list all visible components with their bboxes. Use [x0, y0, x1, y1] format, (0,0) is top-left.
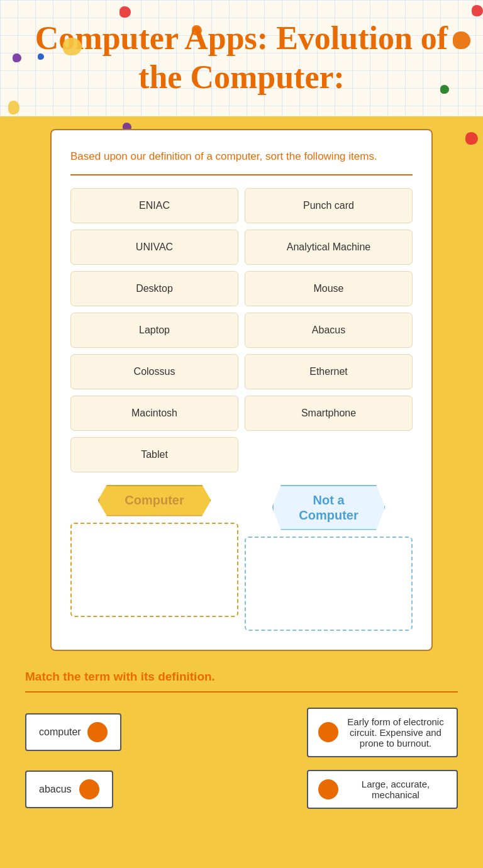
paint-splat [63, 38, 82, 55]
computer-zone-wrapper: Computer [70, 485, 238, 631]
paint-splat [13, 53, 21, 62]
drag-item[interactable]: Smartphone [245, 396, 413, 431]
match-divider [25, 691, 458, 693]
match-rows: computer Early form of electronic circui… [25, 708, 458, 809]
match-definition: Large, accurate, mechanical [307, 770, 458, 809]
match-circle-left [318, 722, 338, 742]
match-def-text: Large, accurate, mechanical [345, 779, 447, 800]
drag-item[interactable]: Mouse [245, 271, 413, 306]
notcomputer-zone-label: Not a Computer [272, 485, 386, 530]
right-panel [458, 116, 483, 840]
drag-item[interactable]: Macintosh [70, 396, 238, 431]
notcomputer-drop-zone[interactable] [245, 537, 413, 631]
paint-splat [8, 101, 19, 114]
sort-divider [70, 174, 413, 175]
items-grid: ENIACPunch cardUNIVACAnalytical MachineD… [70, 188, 413, 472]
paint-splat [453, 31, 470, 49]
sort-zones: Computer Not a Computer [70, 485, 413, 631]
drag-item[interactable]: Punch card [245, 188, 413, 223]
match-def-text: Early form of electronic circuit. Expens… [345, 716, 447, 748]
match-term-label: abacus [39, 784, 72, 795]
paint-splat [38, 53, 44, 60]
page-title: Computer Apps: Evolution of the Computer… [13, 19, 470, 97]
paint-splat [465, 132, 478, 145]
drag-item[interactable]: Ethernet [245, 354, 413, 389]
paint-splat [472, 5, 483, 16]
match-definition: Early form of electronic circuit. Expens… [307, 708, 458, 757]
page-wrapper: Computer Apps: Evolution of the Computer… [0, 0, 483, 840]
match-circle-left [318, 779, 338, 799]
drag-item[interactable]: Desktop [70, 271, 238, 306]
header-area: Computer Apps: Evolution of the Computer… [0, 0, 483, 116]
notcomputer-zone-wrapper: Not a Computer [245, 485, 413, 631]
left-panel [0, 116, 25, 840]
computer-drop-zone[interactable] [70, 523, 238, 617]
match-term[interactable]: computer [25, 713, 121, 751]
main-content: Based upon our definition of a computer,… [25, 116, 458, 840]
match-circle-right [79, 779, 99, 799]
paint-splat [192, 25, 202, 35]
drag-item[interactable]: UNIVAC [70, 230, 238, 265]
drag-item[interactable]: Tablet [70, 437, 238, 472]
drag-item[interactable]: Abacus [245, 313, 413, 348]
drag-item[interactable]: Laptop [70, 313, 238, 348]
paint-splat [119, 6, 131, 18]
drag-item[interactable]: Colossus [70, 354, 238, 389]
sort-instruction: Based upon our definition of a computer,… [70, 149, 413, 164]
match-instruction: Match the term with its definition. [25, 670, 458, 684]
match-circle-right [87, 722, 108, 742]
match-term[interactable]: abacus [25, 771, 113, 808]
match-row: computer Early form of electronic circui… [25, 708, 458, 757]
computer-zone-label: Computer [98, 485, 211, 516]
match-section: Match the term with its definition. comp… [25, 651, 458, 828]
match-row: abacus Large, accurate, mechanical [25, 770, 458, 809]
match-term-label: computer [39, 726, 81, 738]
drag-item[interactable]: ENIAC [70, 188, 238, 223]
sort-card: Based upon our definition of a computer,… [50, 129, 433, 651]
paint-splat [440, 85, 449, 94]
drag-item[interactable]: Analytical Machine [245, 230, 413, 265]
